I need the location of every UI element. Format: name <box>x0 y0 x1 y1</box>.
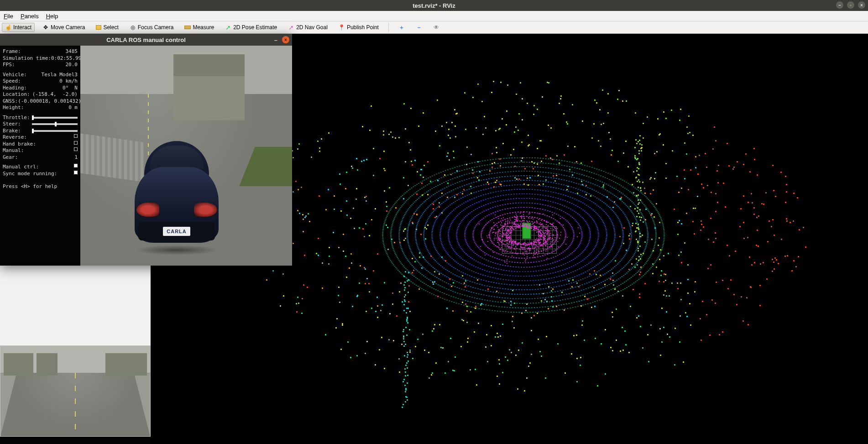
carla-close-button[interactable]: × <box>282 36 289 43</box>
carla-minimize-button[interactable]: – <box>274 37 277 43</box>
menu-file[interactable]: File <box>4 13 13 20</box>
tool-eye[interactable]: 👁 <box>430 23 443 32</box>
tool-measure[interactable]: Measure <box>181 23 217 32</box>
arrow-green-icon: ➚ <box>225 24 231 31</box>
move-camera-icon: ✥ <box>42 24 49 31</box>
throttle-bar <box>32 117 78 119</box>
carla-camera-view[interactable]: CARLA <box>80 46 292 266</box>
tool-remove[interactable]: － <box>413 23 425 32</box>
ruler-icon <box>184 26 191 29</box>
hand-icon: ☝ <box>5 24 11 31</box>
menu-bar: File Panels Help <box>0 11 868 21</box>
sync-checkbox <box>74 171 78 174</box>
menu-help[interactable]: Help <box>46 13 58 20</box>
tool-move-camera[interactable]: ✥ Move Camera <box>39 23 88 32</box>
tool-focus-camera[interactable]: ◎ Focus Camera <box>126 23 177 32</box>
brake-bar <box>32 130 78 132</box>
license-plate: CARLA <box>163 227 190 236</box>
manual-ctrl-checkbox <box>74 164 78 167</box>
tool-bar: ☝ Interact ✥ Move Camera Select ◎ Focus … <box>0 21 868 34</box>
tool-2d-nav-goal[interactable]: ➚ 2D Nav Goal <box>285 23 331 32</box>
tool-add[interactable]: ＋ <box>395 23 408 32</box>
ego-vehicle: CARLA <box>129 134 225 252</box>
tool-select[interactable]: Select <box>93 23 121 32</box>
arrow-pink-icon: ➚ <box>288 24 294 31</box>
eye-icon: 👁 <box>433 24 439 31</box>
carla-hud: Frame:3485 Simulation time:0:02:55.99 FP… <box>0 46 80 266</box>
tool-2d-pose-estimate[interactable]: ➚ 2D Pose Estimate <box>222 23 280 32</box>
select-icon <box>96 25 101 30</box>
camera-preview[interactable] <box>0 345 151 437</box>
maximize-button[interactable]: ▫ <box>847 1 854 9</box>
minus-icon: － <box>416 24 422 31</box>
reverse-checkbox <box>74 134 78 138</box>
minimize-button[interactable]: – <box>836 1 843 9</box>
carla-window: CARLA ROS manual control – × Frame:3485 … <box>0 34 292 266</box>
tool-interact[interactable]: ☝ Interact <box>2 23 35 32</box>
plus-icon: ＋ <box>398 24 405 31</box>
close-button[interactable]: × <box>858 1 865 9</box>
help-hint: Press <H> for help <box>3 183 78 190</box>
pin-icon: 📍 <box>339 24 345 31</box>
window-title-bar: test.rviz* - RViz – ▫ × <box>0 0 868 11</box>
focus-camera-icon: ◎ <box>130 24 136 31</box>
manual-checkbox <box>74 147 78 151</box>
window-title: test.rviz* - RViz <box>413 2 455 9</box>
panel-footer <box>0 437 151 444</box>
handbrake-checkbox <box>74 141 78 145</box>
tool-publish-point[interactable]: 📍 Publish Point <box>335 23 382 32</box>
toolbar-separator <box>388 23 389 32</box>
carla-title-bar[interactable]: CARLA ROS manual control – × <box>0 34 292 46</box>
steer-bar <box>32 123 78 125</box>
menu-panels[interactable]: Panels <box>21 13 39 20</box>
carla-title: CARLA ROS manual control <box>106 37 186 43</box>
